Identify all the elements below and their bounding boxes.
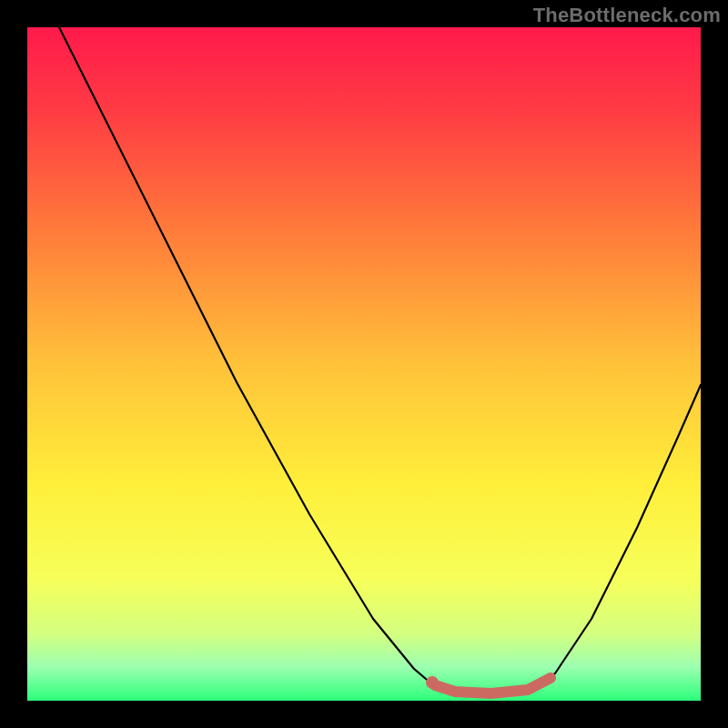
chart-container: TheBottleneck.com — [0, 0, 728, 728]
bottleneck-chart — [0, 0, 728, 728]
watermark-label: TheBottleneck.com — [533, 4, 721, 27]
curve-marker — [426, 676, 439, 689]
plot-background — [27, 27, 701, 701]
